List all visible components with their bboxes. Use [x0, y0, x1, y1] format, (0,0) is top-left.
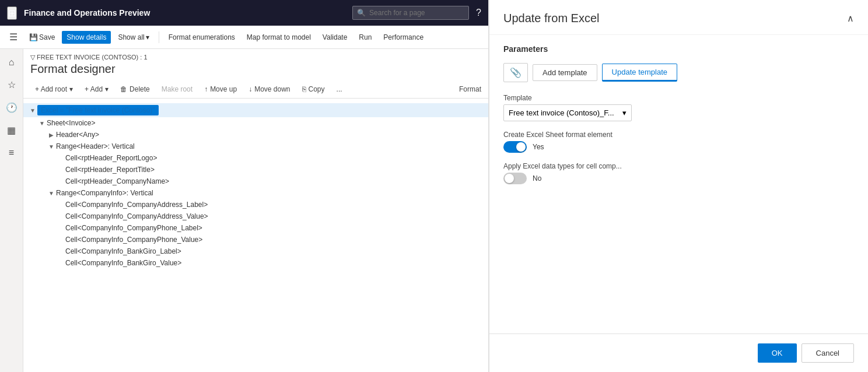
left-sidebar: ⌂ ☆ 🕐 ▦ ≡ [0, 49, 23, 372]
tree-item[interactable]: Cell<CompanyInfo_CompanyPhone_Value> [23, 234, 488, 245]
star-icon[interactable]: ☆ [4, 76, 19, 94]
create-excel-sheet-toggle-row: Yes [503, 141, 854, 153]
panel-footer: OK Cancel [489, 334, 868, 372]
add-template-button[interactable]: Add template [533, 64, 597, 81]
move-up-button[interactable]: ↑ Move up [200, 83, 242, 96]
create-excel-sheet-label: Create Excel Sheet format element [503, 131, 854, 139]
breadcrumb: ▽ FREE TEXT INVOICE (CONTOSO) : 1 [23, 49, 488, 62]
tree-item-label: Cell<rptHeader_CompanyName> [65, 177, 169, 185]
tree-item-label: Cell<CompanyInfo_CompanyPhone_Label> [65, 224, 202, 232]
tree-item[interactable]: Cell<CompanyInfo_CompanyPhone_Label> [23, 222, 488, 234]
home-icon[interactable]: ⌂ [5, 54, 18, 71]
tree-toggle-icon: ▶ [47, 132, 56, 138]
ok-button[interactable]: OK [758, 343, 797, 363]
apply-data-types-value: No [533, 174, 541, 183]
tree-toggle-icon: ▼ [47, 190, 56, 196]
tree-item-label: Range<CompanyInfo>: Vertical [56, 189, 153, 197]
content-area: ⌂ ☆ 🕐 ▦ ≡ ▽ FREE TEXT INVOICE (CONTOSO) … [0, 49, 488, 372]
attach-button[interactable]: 📎 [503, 63, 528, 82]
show-all-button[interactable]: Show all ▾ [113, 31, 153, 44]
template-value: Free text invoice (Contoso)_F... [509, 108, 614, 117]
cancel-button[interactable]: Cancel [802, 343, 854, 363]
add-button[interactable]: + Add ▾ [80, 83, 113, 96]
tree-item-label: Range<Header>: Vertical [56, 142, 135, 150]
tree-item-label: Cell<CompanyInfo_CompanyAddress_Value> [65, 212, 208, 220]
tree-item-label: Header<Any> [56, 131, 99, 139]
tree-area: ▼ Excel = "Free text invoice (Contoso)" … [23, 99, 488, 372]
filter-icon[interactable]: ▽ [30, 54, 35, 61]
app-title: Finance and Operations Preview [24, 8, 345, 17]
format-label: Format [459, 85, 481, 93]
apply-data-types-toggle[interactable] [503, 173, 527, 184]
tree-item[interactable]: Cell<CompanyInfo_BankGiro_Label> [23, 245, 488, 257]
tree-item[interactable]: Cell<rptHeader_ReportTitle> [23, 164, 488, 176]
tree-items-container: ▼Sheet<Invoice>▶Header<Any>▼Range<Header… [23, 117, 488, 269]
search-wrapper: 🔍 [352, 6, 469, 20]
recent-icon[interactable]: 🕐 [2, 99, 21, 117]
apply-data-types-toggle-row: No [503, 173, 854, 184]
copy-button[interactable]: ⎘ Copy [298, 83, 330, 96]
delete-button[interactable]: 🗑 Delete [116, 83, 155, 96]
toggle-thumb [516, 142, 526, 152]
down-icon: ↓ [249, 85, 252, 93]
map-format-button[interactable]: Map format to model [242, 31, 316, 44]
copy-icon: ⎘ [302, 85, 306, 93]
tree-item[interactable]: ▼Sheet<Invoice> [23, 117, 488, 129]
performance-button[interactable]: Performance [379, 31, 428, 44]
make-root-button[interactable]: Make root [157, 83, 197, 96]
parameters-section-title: Parameters [503, 44, 854, 54]
tree-item-label: Cell<CompanyInfo_BankGiro_Value> [65, 259, 181, 267]
toggle-thumb [505, 174, 514, 183]
more-button[interactable]: ... [332, 83, 347, 96]
chevron-down-icon: ▾ [622, 108, 626, 117]
tree-item[interactable]: Cell<CompanyInfo_CompanyAddress_Value> [23, 210, 488, 222]
run-button[interactable]: Run [354, 31, 376, 44]
hamburger-button[interactable]: ☰ [5, 29, 22, 45]
tree-item[interactable]: ▶Header<Any> [23, 129, 488, 141]
toggle-track [503, 173, 527, 184]
tree-item[interactable]: Cell<CompanyInfo_BankGiro_Value> [23, 257, 488, 269]
apply-data-types-group: Apply Excel data types for cell comp... … [503, 162, 854, 184]
template-select[interactable]: Free text invoice (Contoso)_F... ▾ [503, 104, 632, 121]
chevron-down-icon: ▾ [69, 85, 73, 93]
list-icon[interactable]: ≡ [5, 144, 18, 162]
search-input[interactable] [352, 6, 469, 20]
tree-item-label: Cell<CompanyInfo_CompanyPhone_Value> [65, 236, 202, 244]
format-enumerations-button[interactable]: Format enumerations [164, 31, 240, 44]
add-root-button[interactable]: + Add root ▾ [30, 83, 78, 96]
save-icon: 💾 [29, 33, 38, 41]
tree-toggle-icon: ▼ [28, 107, 37, 114]
show-details-button[interactable]: Show details [62, 31, 111, 44]
tree-item-label: Cell<CompanyInfo_BankGiro_Label> [65, 247, 181, 255]
help-icon[interactable]: ? [476, 8, 481, 18]
tree-toggle-icon: ▼ [37, 120, 47, 127]
save-button[interactable]: 💾 Save [24, 31, 60, 44]
tree-item[interactable]: ▼Range<Header>: Vertical [23, 141, 488, 152]
create-excel-sheet-group: Create Excel Sheet format element Yes [503, 131, 854, 153]
toggle-track [503, 141, 527, 153]
grid-icon[interactable]: ⊞ [7, 6, 17, 20]
right-panel: Update from Excel ∧ Parameters 📎 Add tem… [489, 0, 868, 372]
tree-item-label: Cell<CompanyInfo_CompanyAddress_Label> [65, 201, 208, 209]
tree-item[interactable]: Cell<rptHeader_ReportLogo> [23, 152, 488, 164]
top-nav: ⊞ Finance and Operations Preview 🔍 ? [0, 0, 488, 26]
collapse-button[interactable]: ∧ [847, 13, 854, 24]
attach-icon: 📎 [510, 68, 522, 78]
tree-item[interactable]: Cell<CompanyInfo_CompanyAddress_Label> [23, 199, 488, 210]
create-excel-sheet-toggle[interactable] [503, 141, 527, 153]
panel-body: Parameters 📎 Add template Update templat… [489, 35, 868, 334]
grid2-icon[interactable]: ▦ [4, 121, 19, 139]
update-template-button[interactable]: Update template [602, 64, 677, 82]
template-label: Template [503, 94, 854, 102]
tree-toggle-icon: ▼ [47, 143, 56, 150]
apply-data-types-label: Apply Excel data types for cell comp... [503, 162, 854, 170]
page-title: Format designer [23, 62, 488, 80]
tree-item[interactable]: ▼Range<CompanyInfo>: Vertical [23, 187, 488, 199]
chevron-down-icon: ▾ [105, 85, 108, 93]
tree-item[interactable]: Cell<rptHeader_CompanyName> [23, 176, 488, 187]
move-down-button[interactable]: ↓ Move down [244, 83, 295, 96]
validate-button[interactable]: Validate [318, 31, 352, 44]
separator [159, 31, 159, 43]
tree-root-item[interactable]: ▼ Excel = "Free text invoice (Contoso)" [23, 103, 488, 117]
delete-icon: 🗑 [120, 85, 127, 93]
